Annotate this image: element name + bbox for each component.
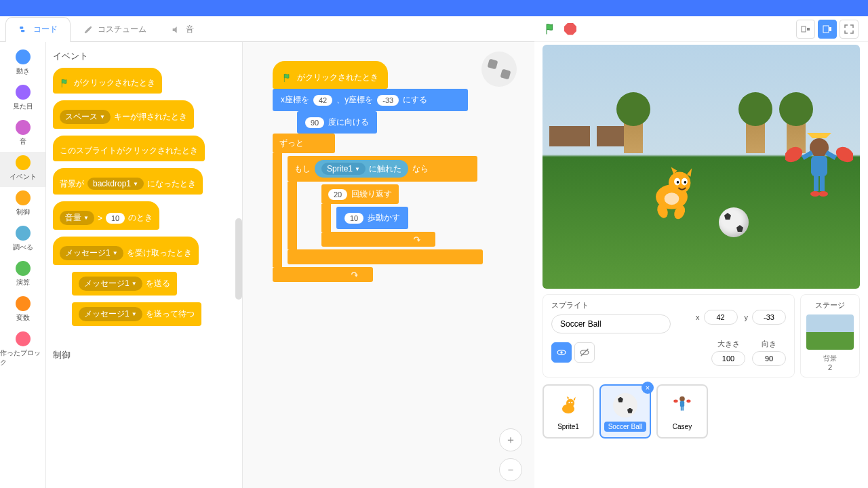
script-when-flag[interactable]: がクリックされたとき [273, 61, 388, 89]
svg-point-35 [673, 399, 677, 402]
script-stack[interactable]: がクリックされたとき x座標を 42 、y座標を -33 にする 90 度に向け… [273, 61, 483, 282]
category-dot-icon [16, 120, 31, 135]
stage-size-large-button[interactable] [818, 20, 837, 39]
script-move-steps[interactable]: 10 歩動かす [336, 207, 408, 229]
category-イベント[interactable]: イベント [0, 152, 45, 187]
svg-point-31 [568, 401, 570, 403]
svg-point-36 [686, 399, 690, 402]
code-icon [18, 24, 29, 35]
sprite-name-label: スプライト [551, 300, 689, 310]
sprite-card-sprite1[interactable]: Sprite1 [542, 384, 594, 439]
stop-button[interactable] [564, 23, 576, 35]
svg-point-10 [677, 181, 679, 184]
script-point-direction[interactable]: 90 度に向ける [297, 111, 377, 134]
svg-point-19 [785, 144, 805, 165]
svg-point-23 [810, 191, 820, 197]
touching-reporter[interactable]: Sprite1▼ に触れた [315, 160, 408, 178]
block-when-sprite-clicked[interactable]: このスブライトがクリックされたとき [53, 136, 205, 161]
sprite-x-input[interactable] [704, 310, 738, 325]
svg-point-14 [665, 192, 679, 205]
category-dot-icon [16, 226, 31, 241]
category-調べる[interactable]: 調べる [0, 222, 45, 258]
palette-header-control: 制御 [53, 349, 235, 361]
category-dot-icon [16, 155, 31, 170]
block-when-key-pressed[interactable]: スペース▼ キーが押されたとき [53, 100, 194, 129]
stage-sprite-cat[interactable] [644, 160, 705, 228]
svg-point-20 [833, 144, 853, 165]
block-when-receive[interactable]: メッセージ1▼ を受け取ったとき [53, 237, 199, 265]
palette-scrollbar[interactable] [235, 218, 242, 300]
category-音[interactable]: 音 [0, 117, 45, 152]
svg-point-32 [571, 401, 572, 403]
block-broadcast[interactable]: メッセージ1▼ を送る [72, 272, 177, 296]
sprite-size-input[interactable] [711, 351, 745, 366]
block-when-loudness[interactable]: 音量▼ > 10 のとき [53, 201, 159, 230]
category-作ったブロック[interactable]: 作ったブロック [0, 328, 45, 373]
stage-canvas[interactable] [542, 45, 860, 289]
svg-rect-37 [681, 406, 682, 410]
script-workspace[interactable]: がクリックされたとき x座標を 42 、y座標を -33 にする 90 度に向け… [243, 42, 534, 488]
green-flag-icon [60, 78, 71, 89]
stage-sprite-casey[interactable] [785, 133, 853, 214]
sprite-name-input[interactable] [551, 314, 671, 333]
tab-costumes[interactable]: コスチューム [71, 18, 159, 41]
palette-header-events: イベント [53, 50, 235, 62]
sprite-card-soccerball[interactable]: × Soccer Ball [599, 384, 651, 439]
svg-rect-16 [811, 156, 827, 176]
script-if[interactable]: もし Sprite1▼ に触れた なら 20 [288, 156, 483, 264]
stage-scenery [549, 126, 590, 146]
stage-scenery [624, 119, 643, 153]
zoom-in-button[interactable]: ＋ [499, 428, 522, 451]
green-flag-button[interactable] [544, 22, 557, 36]
editor-tabs: コード コスチューム 音 [0, 16, 534, 42]
tab-sounds[interactable]: 音 [159, 18, 206, 41]
svg-rect-1 [21, 30, 24, 32]
svg-rect-5 [829, 27, 831, 31]
stage-size-small-button[interactable] [796, 20, 815, 39]
svg-point-30 [566, 399, 574, 407]
category-見た目[interactable]: 見た目 [0, 81, 45, 117]
svg-rect-34 [680, 401, 684, 406]
sprite-card-casey[interactable]: Casey [656, 384, 708, 439]
block-when-flag-clicked[interactable]: がクリックされたとき [53, 68, 162, 94]
script-forever[interactable]: ずっと もし Sprite1▼ に触れた なら [273, 134, 483, 282]
svg-point-24 [818, 191, 828, 197]
block-when-backdrop-switches[interactable]: 背景が backdrop1▼ になったとき [53, 168, 203, 195]
fullscreen-button[interactable] [840, 20, 859, 39]
category-演算[interactable]: 演算 [0, 258, 45, 293]
brush-icon [83, 24, 94, 35]
category-変数[interactable]: 変数 [0, 293, 45, 328]
zoom-out-button[interactable]: － [499, 458, 522, 481]
category-dot-icon [16, 331, 31, 346]
svg-point-26 [560, 351, 562, 353]
sprite-hide-button[interactable] [574, 342, 595, 363]
stage-selector[interactable]: ステージ 背景 2 [800, 294, 860, 378]
sprite-direction-input[interactable] [752, 351, 786, 366]
category-list: 動き見た目音イベント制御調べる演算変数作ったブロック [0, 42, 46, 488]
category-制御[interactable]: 制御 [0, 187, 45, 222]
green-flag-icon [282, 73, 293, 83]
block-palette[interactable]: イベント がクリックされたとき スペース▼ キーが押されたとき このスブライトが… [46, 42, 243, 488]
stage-thumbnail [806, 314, 854, 350]
svg-point-33 [679, 396, 685, 401]
svg-rect-38 [682, 406, 684, 410]
svg-rect-3 [807, 28, 810, 30]
category-dot-icon [16, 49, 31, 64]
category-動き[interactable]: 動き [0, 46, 45, 81]
block-broadcast-wait[interactable]: メッセージ1▼ を送って待つ [72, 302, 201, 326]
sprite-list: Sprite1 × Soccer Ball Casey [542, 384, 860, 481]
tab-costumes-label: コスチューム [98, 24, 146, 35]
sprite-info-panel: スプライト x y 大きさ 向き [542, 294, 795, 378]
script-goto-xy[interactable]: x座標を 42 、y座標を -33 にする [273, 89, 468, 111]
sprite-y-input[interactable] [752, 310, 786, 325]
stage-sprite-ball[interactable] [719, 207, 749, 237]
sound-icon [171, 24, 182, 35]
svg-rect-2 [802, 26, 806, 32]
sprite-show-button[interactable] [551, 342, 572, 363]
script-repeat[interactable]: 20 回繰り返す 10 歩動かす [302, 184, 483, 247]
tab-code[interactable]: コード [5, 17, 71, 42]
sprite-watermark [481, 52, 517, 87]
svg-rect-17 [814, 175, 818, 191]
delete-sprite-button[interactable]: × [642, 382, 654, 394]
category-dot-icon [16, 85, 31, 100]
